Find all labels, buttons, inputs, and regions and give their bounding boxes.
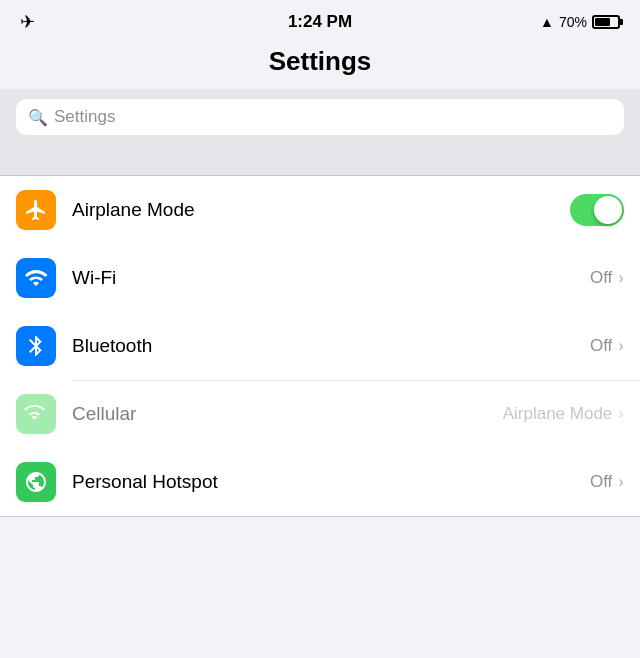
wifi-label: Wi-Fi [72,267,590,289]
personal-hotspot-icon [16,462,56,502]
airplane-mode-status-icon: ✈ [20,11,35,33]
search-bar-container: 🔍 Settings [0,89,640,145]
bluetooth-value: Off [590,336,612,356]
cellular-value: Airplane Mode [503,404,613,424]
battery-percent: 70% [559,14,587,30]
search-placeholder: Settings [54,107,115,127]
wifi-icon [16,258,56,298]
wifi-value: Off [590,268,612,288]
personal-hotspot-label: Personal Hotspot [72,471,590,493]
battery-icon [592,15,620,29]
wifi-chevron: › [618,268,624,288]
search-bar[interactable]: 🔍 Settings [16,99,624,135]
settings-row-bluetooth[interactable]: Bluetooth Off › [0,312,640,380]
bluetooth-label: Bluetooth [72,335,590,357]
cellular-icon-svg [24,402,48,426]
page-title: Settings [0,46,640,77]
airplane-icon-svg [24,198,48,222]
airplane-mode-label: Airplane Mode [72,199,570,221]
section-spacer [0,145,640,175]
cellular-chevron: › [618,404,624,424]
airplane-mode-icon [16,190,56,230]
hotspot-icon-svg [24,470,48,494]
toggle-knob [594,196,622,224]
battery-fill [595,18,610,26]
cellular-icon [16,394,56,434]
status-right: ▲ 70% [540,14,620,30]
status-time: 1:24 PM [288,12,352,32]
settings-row-cellular[interactable]: Cellular Airplane Mode › [0,380,640,448]
bluetooth-icon-svg [24,334,48,358]
bluetooth-icon [16,326,56,366]
airplane-mode-toggle[interactable] [570,194,624,226]
bluetooth-chevron: › [618,336,624,356]
search-icon: 🔍 [28,108,48,127]
location-icon: ▲ [540,14,554,30]
status-bar: ✈ 1:24 PM ▲ 70% [0,0,640,40]
cellular-label: Cellular [72,403,503,425]
settings-list: Airplane Mode Wi-Fi Off › [0,175,640,517]
settings-row-airplane-mode[interactable]: Airplane Mode [0,176,640,244]
settings-row-personal-hotspot[interactable]: Personal Hotspot Off › [0,448,640,516]
personal-hotspot-chevron: › [618,472,624,492]
personal-hotspot-value: Off [590,472,612,492]
page-title-bar: Settings [0,40,640,89]
status-left: ✈ [20,11,35,33]
settings-group-connectivity: Airplane Mode Wi-Fi Off › [0,175,640,517]
settings-row-wifi[interactable]: Wi-Fi Off › [0,244,640,312]
wifi-icon-svg [24,266,48,290]
